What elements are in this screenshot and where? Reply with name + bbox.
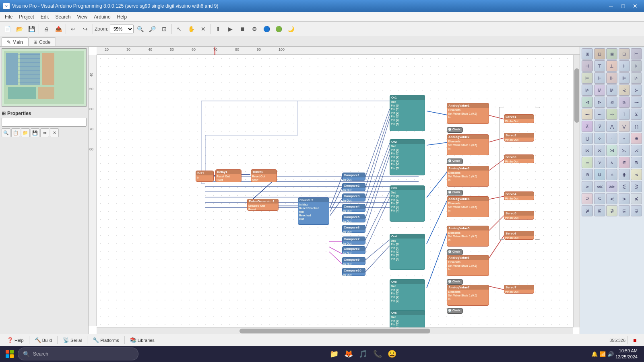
palette-item[interactable]: ⋚ xyxy=(619,181,630,192)
palette-item[interactable]: ⊮ xyxy=(594,84,605,96)
palette-item[interactable]: ⋌ xyxy=(631,145,642,156)
component-analogvalue7[interactable]: AnalogValue7 Elements Set Value State 1 … xyxy=(447,285,489,306)
palette-item[interactable]: ⋆ xyxy=(619,133,630,144)
arduino-stop[interactable]: ⏹ xyxy=(237,23,248,35)
palette-item[interactable]: ⊰ xyxy=(619,84,630,96)
component-clock1[interactable]: 🕐 Clock xyxy=(447,127,463,133)
component-servo6[interactable]: Servo6 Pin In Out xyxy=(504,231,534,240)
component-delay1[interactable]: Delay1 Reset OutStart xyxy=(215,169,242,182)
arduino-upload[interactable]: ⬆ xyxy=(213,23,224,35)
palette-item[interactable]: ⊷ xyxy=(582,109,593,120)
menu-edit[interactable]: Edit xyxy=(37,13,52,21)
component-compare7[interactable]: Compare7In Out xyxy=(342,237,365,245)
palette-item[interactable]: ⊢ xyxy=(631,48,642,60)
palette-item[interactable]: ⊟ xyxy=(594,48,605,60)
palette-item[interactable]: ⊦ xyxy=(619,60,630,72)
prop-save-btn[interactable]: 💾 xyxy=(31,128,39,137)
palette-item[interactable]: ⋁ xyxy=(619,121,630,132)
palette-item[interactable]: ⋓ xyxy=(594,169,605,180)
component-servo5[interactable]: Servo5 Pin In Out xyxy=(504,211,534,220)
palette-item[interactable]: ⊹ xyxy=(606,109,617,120)
component-compare2[interactable]: Compare2In Out xyxy=(342,183,365,191)
component-analogvalue2[interactable]: AnalogValue2 Elements Set Value State 1 … xyxy=(447,134,489,155)
palette-item[interactable]: ⊺ xyxy=(619,109,630,120)
component-counter1[interactable]: Counter1 In Max Reset Reached Min Reache… xyxy=(298,197,329,225)
canvas-viewport[interactable]: Set1 In Delay1 Reset OutStart Timer1 Res… xyxy=(97,55,573,327)
menu-view[interactable]: View xyxy=(74,13,91,21)
taskbar-app-phone[interactable]: 📞 xyxy=(371,348,384,360)
palette-item[interactable]: ⋒ xyxy=(582,169,593,180)
palette-item[interactable]: ⋇ xyxy=(631,133,642,144)
palette-item[interactable]: ⊴ xyxy=(606,97,617,108)
palette-item[interactable]: ⋛ xyxy=(631,181,642,192)
arduino-settings[interactable]: ⚙ xyxy=(249,23,260,35)
component-compare1[interactable]: Compare1In Out xyxy=(342,173,365,181)
component-clock2[interactable]: 🕐 Clock xyxy=(447,158,463,164)
palette-item[interactable]: ⊳ xyxy=(594,97,605,108)
component-clock4[interactable]: 🕐 Clock xyxy=(447,249,463,255)
minimize-button[interactable]: ─ xyxy=(605,2,617,10)
palette-item[interactable]: ⋘ xyxy=(594,181,605,192)
canvas-scrollbar-horizontal[interactable] xyxy=(97,327,573,334)
prop-arrow-btn[interactable]: ➡ xyxy=(40,128,49,137)
menu-help[interactable]: Help xyxy=(114,13,130,21)
palette-item[interactable]: ⋥ xyxy=(631,205,642,216)
palette-item[interactable]: ⋋ xyxy=(619,145,630,156)
taskbar-app-music[interactable]: 🎵 xyxy=(357,348,369,360)
component-compare9[interactable]: Compare9In Out xyxy=(342,257,365,265)
component-compare6[interactable]: Compare6In Out xyxy=(342,225,365,233)
palette-item[interactable]: ⊠ xyxy=(606,48,617,60)
palette-item[interactable]: ⋎ xyxy=(594,157,605,168)
close-button[interactable]: ✕ xyxy=(630,2,641,10)
canvas-scrollbar-vertical[interactable] xyxy=(573,55,580,327)
component-or4[interactable]: Or4 Out Pin [0] Pin [1] Pin [2] Pin [3] … xyxy=(390,234,425,270)
palette-item[interactable]: ⋈ xyxy=(582,145,593,156)
delete-button[interactable]: ✕ xyxy=(198,23,209,35)
palette-item[interactable]: ⋗ xyxy=(582,181,593,192)
component-pulsegenerator1[interactable]: PulseGenerator1 Enabled OutReset xyxy=(247,199,279,211)
palette-item[interactable]: ⋠ xyxy=(631,193,642,204)
palette-item[interactable]: ⋂ xyxy=(631,121,642,132)
palette-item[interactable]: ⋟ xyxy=(619,193,630,204)
component-analogvalue4[interactable]: AnalogValue4 Elements Set Value State 1 … xyxy=(447,196,489,217)
properties-search-input[interactable] xyxy=(2,118,87,127)
component-clock5[interactable]: 🕐 Clock xyxy=(447,279,463,285)
prop-copy-btn[interactable]: 📋 xyxy=(11,128,20,137)
start-button[interactable] xyxy=(3,348,16,360)
palette-item[interactable]: ⊼ xyxy=(582,121,593,132)
system-clock[interactable]: 10:59 AM 12/25/2024 xyxy=(615,348,638,360)
new-button[interactable]: 📄 xyxy=(2,23,13,35)
statusbar-build-button[interactable]: 🔨 Build xyxy=(31,336,56,344)
component-timer1[interactable]: Timer1 Reset OutStart xyxy=(251,169,277,182)
taskbar-search[interactable]: 🔍 Search xyxy=(18,348,138,360)
palette-item[interactable]: ⋑ xyxy=(631,157,642,168)
palette-item[interactable]: ⊡ xyxy=(619,48,630,60)
component-clock3[interactable]: 🕐 Clock xyxy=(447,190,463,195)
palette-item[interactable]: ⋀ xyxy=(606,121,617,132)
component-or3[interactable]: Or3 Out Pin [0] Pin [1] Pin [2] Pin [3] … xyxy=(390,185,425,222)
zoom-in-button[interactable]: 🔍 xyxy=(134,23,146,35)
palette-item[interactable]: ⊣ xyxy=(582,60,593,72)
palette-item[interactable]: ⊭ xyxy=(582,84,593,96)
palette-item[interactable]: ⋜ xyxy=(582,193,593,204)
component-analogvalue3[interactable]: AnalogValue3 Elements Set Value State 1 … xyxy=(447,166,489,187)
menu-search[interactable]: Search xyxy=(52,13,74,21)
print-button[interactable]: 🖨 xyxy=(41,23,52,35)
palette-item[interactable]: ⊱ xyxy=(631,84,642,96)
palette-item[interactable]: ⊯ xyxy=(606,84,617,96)
palette-item[interactable]: ⋊ xyxy=(606,145,617,156)
component-servo4[interactable]: Servo4 Pin In Out xyxy=(504,191,534,200)
menu-arduino[interactable]: Arduino xyxy=(91,13,114,21)
component-analogvalue5[interactable]: AnalogValue5 Elements Set Value State 1 … xyxy=(447,226,489,247)
menu-file[interactable]: File xyxy=(2,13,16,21)
redo-button[interactable]: ↪ xyxy=(80,23,91,35)
component-compare10[interactable]: Compare10In Out xyxy=(342,268,365,276)
component-compare4[interactable]: Compare4In Out xyxy=(342,204,365,212)
zoom-out-button[interactable]: 🔎 xyxy=(147,23,158,35)
palette-item[interactable]: ⋅ xyxy=(606,133,617,144)
component-set1[interactable]: Set1 In xyxy=(196,171,214,182)
menu-project[interactable]: Project xyxy=(16,13,37,21)
component-compare3[interactable]: Compare3In Out xyxy=(342,193,365,202)
select-button[interactable]: ↖ xyxy=(173,23,185,35)
tab-main[interactable]: ✎ Main xyxy=(2,37,28,46)
